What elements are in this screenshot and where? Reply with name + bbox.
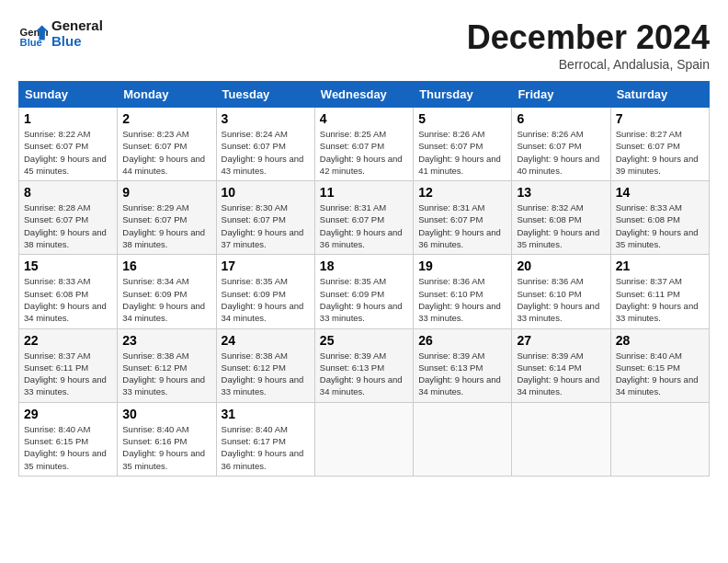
calendar-cell: 28Sunrise: 8:40 AMSunset: 6:15 PMDayligh… [610, 328, 709, 402]
day-info: Sunrise: 8:22 AMSunset: 6:07 PMDaylight:… [24, 128, 112, 177]
calendar-cell [314, 402, 413, 476]
day-info: Sunrise: 8:40 AMSunset: 6:15 PMDaylight:… [616, 350, 704, 398]
calendar-cell: 27Sunrise: 8:39 AMSunset: 6:14 PMDayligh… [512, 328, 610, 402]
day-info: Sunrise: 8:39 AMSunset: 6:13 PMDaylight:… [320, 350, 408, 398]
weekday-header-thursday: Thursday [414, 82, 512, 108]
day-number: 8 [24, 185, 112, 200]
day-number: 16 [122, 259, 210, 273]
logo-icon: General Blue [18, 19, 48, 49]
day-number: 2 [122, 111, 210, 126]
day-number: 7 [616, 111, 704, 126]
calendar-cell: 22Sunrise: 8:37 AMSunset: 6:11 PMDayligh… [19, 328, 118, 402]
day-number: 29 [24, 407, 112, 421]
calendar-cell [414, 402, 512, 476]
calendar-week-2: 8Sunrise: 8:28 AMSunset: 6:07 PMDaylight… [19, 181, 710, 255]
day-info: Sunrise: 8:31 AMSunset: 6:07 PMDaylight:… [320, 201, 408, 250]
calendar-cell: 25Sunrise: 8:39 AMSunset: 6:13 PMDayligh… [314, 328, 413, 402]
day-info: Sunrise: 8:24 AMSunset: 6:07 PMDaylight:… [222, 128, 310, 177]
logo-line2: Blue [51, 34, 103, 50]
calendar-cell: 14Sunrise: 8:33 AMSunset: 6:08 PMDayligh… [610, 181, 709, 255]
day-number: 24 [222, 333, 310, 348]
day-info: Sunrise: 8:40 AMSunset: 6:15 PMDaylight:… [24, 423, 112, 472]
day-number: 30 [122, 407, 210, 421]
svg-text:Blue: Blue [20, 36, 42, 47]
day-info: Sunrise: 8:36 AMSunset: 6:10 PMDaylight:… [517, 275, 605, 324]
calendar-cell: 13Sunrise: 8:32 AMSunset: 6:08 PMDayligh… [512, 181, 610, 255]
title-area: December 2024 Berrocal, Andalusia, Spain [467, 18, 710, 72]
calendar-cell: 18Sunrise: 8:35 AMSunset: 6:09 PMDayligh… [314, 255, 413, 328]
day-number: 13 [517, 185, 605, 200]
calendar-cell: 26Sunrise: 8:39 AMSunset: 6:13 PMDayligh… [414, 328, 512, 402]
calendar-week-3: 15Sunrise: 8:33 AMSunset: 6:08 PMDayligh… [19, 255, 710, 328]
day-info: Sunrise: 8:23 AMSunset: 6:07 PMDaylight:… [122, 128, 210, 177]
day-number: 5 [418, 111, 506, 126]
day-number: 15 [24, 259, 112, 273]
day-number: 17 [222, 259, 310, 273]
day-number: 3 [222, 111, 310, 126]
calendar-cell: 11Sunrise: 8:31 AMSunset: 6:07 PMDayligh… [314, 181, 413, 255]
day-number: 23 [122, 333, 210, 348]
weekday-header-friday: Friday [512, 82, 610, 108]
calendar-cell: 8Sunrise: 8:28 AMSunset: 6:07 PMDaylight… [19, 181, 118, 255]
day-number: 26 [418, 333, 506, 348]
day-number: 27 [517, 333, 605, 348]
page-header: General Blue General Blue December 2024 … [18, 18, 710, 72]
day-info: Sunrise: 8:40 AMSunset: 6:16 PMDaylight:… [122, 423, 210, 472]
day-number: 10 [222, 185, 310, 200]
day-info: Sunrise: 8:34 AMSunset: 6:09 PMDaylight:… [122, 275, 210, 324]
logo-line1: General [51, 18, 103, 34]
day-number: 11 [320, 185, 408, 200]
calendar-week-5: 29Sunrise: 8:40 AMSunset: 6:15 PMDayligh… [19, 402, 710, 476]
day-number: 14 [616, 185, 704, 200]
day-info: Sunrise: 8:39 AMSunset: 6:13 PMDaylight:… [418, 350, 506, 398]
weekday-header-saturday: Saturday [610, 82, 709, 108]
day-info: Sunrise: 8:33 AMSunset: 6:08 PMDaylight:… [24, 275, 112, 324]
day-info: Sunrise: 8:26 AMSunset: 6:07 PMDaylight:… [418, 128, 506, 177]
day-number: 4 [320, 111, 408, 126]
calendar-cell: 29Sunrise: 8:40 AMSunset: 6:15 PMDayligh… [19, 402, 118, 476]
calendar-week-4: 22Sunrise: 8:37 AMSunset: 6:11 PMDayligh… [19, 328, 710, 402]
day-number: 21 [616, 259, 704, 273]
day-info: Sunrise: 8:35 AMSunset: 6:09 PMDaylight:… [222, 275, 310, 324]
day-info: Sunrise: 8:37 AMSunset: 6:11 PMDaylight:… [24, 350, 112, 398]
month-title: December 2024 [467, 18, 710, 57]
day-info: Sunrise: 8:37 AMSunset: 6:11 PMDaylight:… [616, 275, 704, 324]
day-info: Sunrise: 8:38 AMSunset: 6:12 PMDaylight:… [222, 350, 310, 398]
day-info: Sunrise: 8:28 AMSunset: 6:07 PMDaylight:… [24, 201, 112, 250]
day-info: Sunrise: 8:36 AMSunset: 6:10 PMDaylight:… [418, 275, 506, 324]
calendar-cell: 4Sunrise: 8:25 AMSunset: 6:07 PMDaylight… [314, 108, 413, 181]
day-number: 31 [222, 407, 310, 421]
calendar-cell: 3Sunrise: 8:24 AMSunset: 6:07 PMDaylight… [216, 108, 314, 181]
calendar-cell: 24Sunrise: 8:38 AMSunset: 6:12 PMDayligh… [216, 328, 314, 402]
day-number: 20 [517, 259, 605, 273]
calendar-cell [512, 402, 610, 476]
calendar-cell: 15Sunrise: 8:33 AMSunset: 6:08 PMDayligh… [19, 255, 118, 328]
day-number: 1 [24, 111, 112, 126]
weekday-header-sunday: Sunday [19, 82, 118, 108]
day-info: Sunrise: 8:29 AMSunset: 6:07 PMDaylight:… [122, 201, 210, 250]
calendar-cell: 16Sunrise: 8:34 AMSunset: 6:09 PMDayligh… [118, 255, 216, 328]
calendar-cell: 7Sunrise: 8:27 AMSunset: 6:07 PMDaylight… [610, 108, 709, 181]
calendar-table: SundayMondayTuesdayWednesdayThursdayFrid… [18, 81, 710, 477]
calendar-cell: 20Sunrise: 8:36 AMSunset: 6:10 PMDayligh… [512, 255, 610, 328]
day-info: Sunrise: 8:27 AMSunset: 6:07 PMDaylight:… [616, 128, 704, 177]
location-subtitle: Berrocal, Andalusia, Spain [467, 57, 710, 72]
weekday-header-tuesday: Tuesday [216, 82, 314, 108]
calendar-cell: 6Sunrise: 8:26 AMSunset: 6:07 PMDaylight… [512, 108, 610, 181]
calendar-cell: 31Sunrise: 8:40 AMSunset: 6:17 PMDayligh… [216, 402, 314, 476]
calendar-cell: 17Sunrise: 8:35 AMSunset: 6:09 PMDayligh… [216, 255, 314, 328]
day-info: Sunrise: 8:25 AMSunset: 6:07 PMDaylight:… [320, 128, 408, 177]
calendar-cell [610, 402, 709, 476]
calendar-cell: 19Sunrise: 8:36 AMSunset: 6:10 PMDayligh… [414, 255, 512, 328]
calendar-cell: 23Sunrise: 8:38 AMSunset: 6:12 PMDayligh… [118, 328, 216, 402]
calendar-week-1: 1Sunrise: 8:22 AMSunset: 6:07 PMDaylight… [19, 108, 710, 181]
day-info: Sunrise: 8:35 AMSunset: 6:09 PMDaylight:… [320, 275, 408, 324]
calendar-cell: 10Sunrise: 8:30 AMSunset: 6:07 PMDayligh… [216, 181, 314, 255]
weekday-header-wednesday: Wednesday [314, 82, 413, 108]
calendar-cell: 1Sunrise: 8:22 AMSunset: 6:07 PMDaylight… [19, 108, 118, 181]
logo: General Blue General Blue [18, 18, 103, 49]
day-info: Sunrise: 8:39 AMSunset: 6:14 PMDaylight:… [517, 350, 605, 398]
calendar-cell: 21Sunrise: 8:37 AMSunset: 6:11 PMDayligh… [610, 255, 709, 328]
day-number: 9 [122, 185, 210, 200]
calendar-cell: 2Sunrise: 8:23 AMSunset: 6:07 PMDaylight… [118, 108, 216, 181]
